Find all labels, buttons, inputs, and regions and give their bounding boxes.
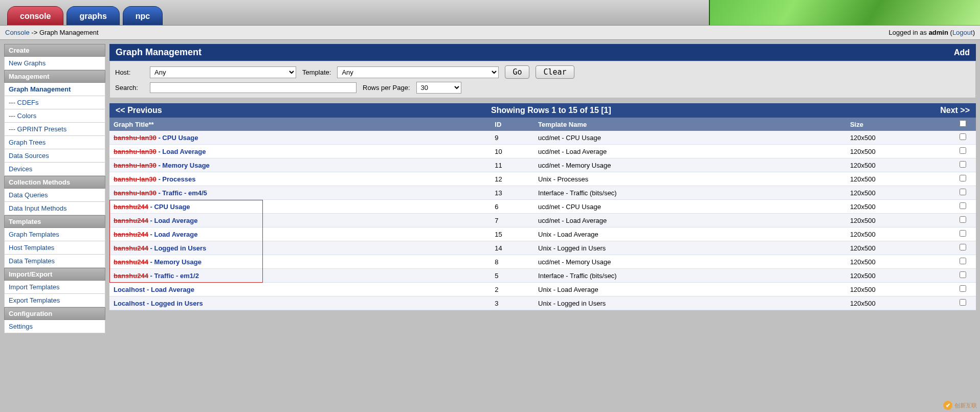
sidebar-item[interactable]: --- Colors <box>4 109 105 123</box>
table-row: banshu-lan30 - Traffic - em4/513Interfac… <box>109 186 976 200</box>
sidebar-header: Management <box>4 70 105 83</box>
cell-id: 5 <box>491 269 534 283</box>
cell-template: ucd/net - Load Average <box>534 214 846 227</box>
top-tabs: console graphs npc <box>0 0 980 26</box>
cell-size: 120x500 <box>846 296 950 310</box>
sidebar-item[interactable]: Graph Templates <box>4 228 105 241</box>
row-checkbox[interactable] <box>960 285 966 292</box>
graph-title-link[interactable]: banshu244 - Traffic - em1/2 <box>114 272 199 280</box>
breadcrumb-console-link[interactable]: Console <box>5 29 30 36</box>
tab-npc[interactable]: npc <box>123 6 163 25</box>
row-checkbox[interactable] <box>960 258 966 264</box>
col-template[interactable]: Template Name <box>534 118 846 131</box>
sidebar-item[interactable]: Settings <box>4 320 105 333</box>
col-graph-title[interactable]: Graph Title** <box>109 118 491 131</box>
go-button[interactable]: Go <box>505 65 529 79</box>
graph-title-link[interactable]: banshu244 - Logged in Users <box>114 244 206 252</box>
row-checkbox[interactable] <box>960 244 966 250</box>
graph-title-link[interactable]: banshu-lan30 - Processes <box>114 175 195 183</box>
add-link[interactable]: Add <box>954 48 970 57</box>
logo-art <box>709 0 980 26</box>
breadcrumb-page: Graph Management <box>39 29 99 36</box>
sidebar-header: Create <box>4 44 105 57</box>
cell-template: Unix - Logged in Users <box>534 241 846 255</box>
sidebar-item[interactable]: Data Sources <box>4 149 105 163</box>
cell-id: 13 <box>491 186 534 200</box>
pager: << Previous Showing Rows 1 to 15 of 15 [… <box>109 103 976 118</box>
cell-size: 120x500 <box>846 241 950 255</box>
cell-size: 120x500 <box>846 186 950 200</box>
sidebar-item[interactable]: Graph Management <box>4 83 105 96</box>
cell-id: 12 <box>491 172 534 186</box>
graph-title-link[interactable]: banshu244 - CPU Usage <box>114 203 190 211</box>
row-checkbox[interactable] <box>960 161 966 168</box>
row-checkbox[interactable] <box>960 175 966 181</box>
sidebar-item[interactable]: Data Input Methods <box>4 202 105 215</box>
row-checkbox[interactable] <box>960 230 966 237</box>
table-row: Localhost - Logged in Users3Unix - Logge… <box>109 296 976 310</box>
cell-template: Unix - Logged in Users <box>534 296 846 310</box>
sidebar-item[interactable]: --- CDEFs <box>4 96 105 109</box>
sidebar-item[interactable]: New Graphs <box>4 57 105 70</box>
select-all-checkbox[interactable] <box>960 120 966 127</box>
graph-title-link[interactable]: banshu244 - Load Average <box>114 231 197 238</box>
sidebar-item[interactable]: Data Queries <box>4 189 105 202</box>
col-size[interactable]: Size <box>846 118 950 131</box>
tab-graphs[interactable]: graphs <box>66 6 119 25</box>
table-row: Localhost - Load Average2Unix - Load Ave… <box>109 283 976 296</box>
cell-size: 120x500 <box>846 269 950 283</box>
pager-next[interactable]: Next >> <box>940 106 970 115</box>
graph-title-link[interactable]: banshu-lan30 - Traffic - em4/5 <box>114 189 207 197</box>
graph-title-link[interactable]: banshu-lan30 - Load Average <box>114 148 206 155</box>
sidebar-item[interactable]: Devices <box>4 163 105 176</box>
graph-title-link[interactable]: banshu-lan30 - Memory Usage <box>114 162 210 169</box>
sidebar-item[interactable]: Export Templates <box>4 294 105 307</box>
cell-id: 3 <box>491 296 534 310</box>
row-checkbox[interactable] <box>960 202 966 209</box>
logout-link[interactable]: Logout <box>952 29 973 36</box>
login-user: admin <box>929 29 948 36</box>
breadcrumb: Console -> Graph Management <box>5 29 99 36</box>
panel-title-bar: Graph Management Add <box>109 44 976 61</box>
sidebar-item[interactable]: Data Templates <box>4 255 105 268</box>
cell-id: 10 <box>491 145 534 158</box>
sidebar-header: Configuration <box>4 307 105 320</box>
cell-template: Interface - Traffic (bits/sec) <box>534 269 846 283</box>
table-row: banshu244 - Memory Usage8ucd/net - Memor… <box>109 255 976 269</box>
row-checkbox[interactable] <box>960 216 966 223</box>
row-checkbox[interactable] <box>960 271 966 278</box>
rows-per-page-select[interactable]: 30 <box>416 82 461 94</box>
row-checkbox[interactable] <box>960 147 966 154</box>
row-checkbox[interactable] <box>960 189 966 195</box>
login-status: Logged in as admin (Logout) <box>889 29 975 36</box>
graph-title-link[interactable]: banshu244 - Memory Usage <box>114 258 202 266</box>
graph-title-link[interactable]: banshu-lan30 - CPU Usage <box>114 134 198 142</box>
graph-table: Graph Title** ID Template Name Size bans… <box>109 118 976 310</box>
sidebar-header: Import/Export <box>4 268 105 281</box>
sidebar-header: Templates <box>4 215 105 228</box>
row-checkbox[interactable] <box>960 299 966 306</box>
graph-title-link[interactable]: banshu244 - Load Average <box>114 217 197 224</box>
pager-status: Showing Rows 1 to 15 of 15 [1] <box>162 106 940 115</box>
clear-button[interactable]: Clear <box>536 65 574 79</box>
cell-size: 120x500 <box>846 131 950 145</box>
graph-title-link[interactable]: Localhost - Load Average <box>114 286 194 293</box>
cell-id: 6 <box>491 200 534 214</box>
search-input[interactable] <box>150 82 357 93</box>
cell-id: 14 <box>491 241 534 255</box>
row-checkbox[interactable] <box>960 133 966 140</box>
sidebar-item[interactable]: Host Templates <box>4 241 105 255</box>
cell-id: 2 <box>491 283 534 296</box>
sidebar-item[interactable]: --- GPRINT Presets <box>4 123 105 136</box>
panel-title: Graph Management <box>116 47 202 58</box>
table-row: banshu244 - CPU Usage6ucd/net - CPU Usag… <box>109 200 976 214</box>
host-select[interactable]: Any <box>150 66 296 78</box>
sidebar-item[interactable]: Import Templates <box>4 281 105 294</box>
sidebar-item[interactable]: Graph Trees <box>4 136 105 149</box>
graph-title-link[interactable]: Localhost - Logged in Users <box>114 300 203 307</box>
pager-prev[interactable]: << Previous <box>116 106 162 115</box>
template-select[interactable]: Any <box>337 66 499 78</box>
tab-console[interactable]: console <box>7 6 63 25</box>
col-id[interactable]: ID <box>491 118 534 131</box>
col-select-all[interactable] <box>950 118 976 131</box>
